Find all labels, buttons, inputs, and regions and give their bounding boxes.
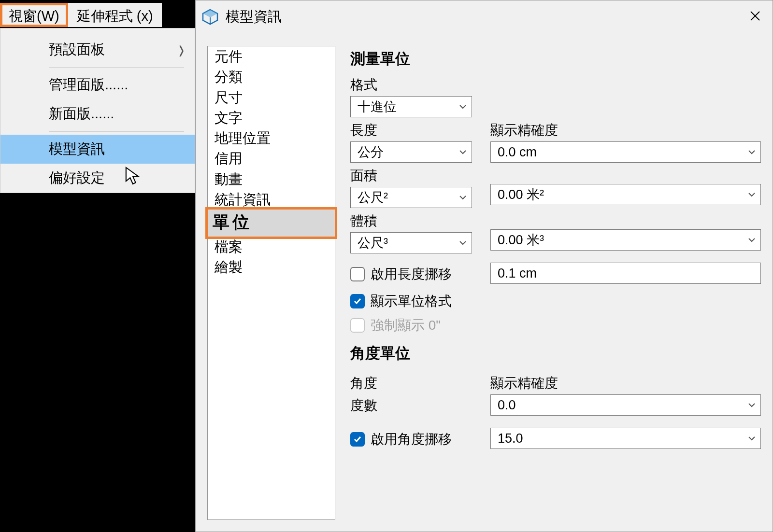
chevron-down-icon: [748, 191, 756, 198]
cursor-icon: [125, 166, 141, 187]
sketchup-icon: [201, 8, 219, 26]
input-length-snap-value: 0.1 cm: [498, 266, 537, 281]
window-menu-dropdown: 預設面板 管理面版...... 新面版...... 模型資訊 偏好設定: [0, 28, 195, 193]
sidebar-item-classification[interactable]: 分類: [208, 67, 335, 87]
select-angle-precision-value: 0.0: [498, 398, 516, 413]
menu-manage-panels[interactable]: 管理面版......: [0, 70, 195, 99]
chevron-down-icon: [459, 194, 467, 201]
sidebar-item-render[interactable]: 繪製: [208, 257, 335, 277]
checkbox-force-display: [350, 318, 365, 333]
chevron-down-icon: [459, 103, 467, 111]
select-format-value: 十進位: [358, 98, 397, 115]
menu-separator: [49, 67, 184, 68]
select-length-precision[interactable]: 0.0 cm: [490, 141, 761, 163]
select-length[interactable]: 公分: [350, 141, 472, 163]
input-length-snap[interactable]: 0.1 cm: [490, 263, 761, 284]
model-info-dialog: 模型資訊 元件 分類 尺寸 文字 地理位置 信用 動畫 統計資訊 單位 檔案 繪…: [195, 0, 773, 532]
select-area-precision-value: 0.00 米²: [498, 186, 544, 203]
section-angle-units: 角度單位: [350, 343, 761, 364]
chevron-down-icon: [748, 148, 756, 156]
menu-separator: [49, 131, 184, 132]
section-measurement-units: 測量單位: [350, 49, 761, 69]
label-length: 長度: [350, 121, 486, 140]
sidebar-item-components[interactable]: 元件: [208, 46, 335, 67]
sidebar-item-units[interactable]: 單位: [205, 207, 337, 239]
select-format[interactable]: 十進位: [350, 96, 472, 117]
select-volume[interactable]: 公尺³: [350, 232, 472, 253]
chevron-down-icon: [748, 434, 756, 442]
menu-preferences[interactable]: 偏好設定: [0, 164, 195, 193]
sidebar-item-animation[interactable]: 動畫: [208, 169, 335, 189]
select-angle-snap-value: 15.0: [498, 431, 523, 446]
sidebar-item-file[interactable]: 檔案: [208, 237, 335, 257]
menu-extensions[interactable]: 延伸程式 (x): [68, 3, 162, 27]
sidebar-item-statistics[interactable]: 統計資訊: [208, 189, 335, 210]
menu-new-panel[interactable]: 新面版......: [0, 99, 195, 128]
label-volume: 體積: [350, 212, 486, 230]
label-force-display: 強制顯示 0": [371, 316, 441, 335]
menubar: 視窗(W) 延伸程式 (x): [0, 3, 162, 27]
label-angle-precision: 顯示精確度: [490, 374, 761, 392]
select-angle-precision[interactable]: 0.0: [490, 394, 761, 416]
label-length-snap: 啟用長度挪移: [371, 265, 452, 283]
dialog-titlebar: 模型資訊: [196, 0, 773, 33]
label-angle: 角度: [350, 374, 486, 392]
chevron-down-icon: [748, 236, 756, 244]
select-volume-precision-value: 0.00 米³: [498, 231, 544, 249]
menu-model-info[interactable]: 模型資訊: [0, 135, 195, 164]
sidebar-item-dimensions[interactable]: 尺寸: [208, 87, 335, 108]
select-volume-value: 公尺³: [358, 234, 388, 252]
label-angle-snap: 啟用角度挪移: [371, 430, 452, 448]
menu-default-panels[interactable]: 預設面板: [0, 35, 195, 64]
menu-window[interactable]: 視窗(W): [0, 3, 68, 27]
label-show-unit-format: 顯示單位格式: [371, 292, 452, 310]
select-angle-snap[interactable]: 15.0: [490, 428, 761, 449]
close-button[interactable]: [744, 5, 767, 28]
label-format: 格式: [350, 76, 761, 94]
label-area: 面積: [350, 167, 486, 185]
chevron-down-icon: [748, 401, 756, 409]
select-volume-precision[interactable]: 0.00 米³: [490, 229, 761, 251]
sidebar-item-geo[interactable]: 地理位置: [208, 128, 335, 148]
value-degrees: 度數: [350, 396, 486, 415]
sidebar-item-credit[interactable]: 信用: [208, 148, 335, 168]
close-icon: [749, 10, 761, 24]
select-area[interactable]: 公尺²: [350, 187, 472, 208]
svg-marker-1: [203, 10, 217, 17]
units-panel: 測量單位 格式 十進位 長度 公分 顯示精確度 0.0 cm: [350, 46, 761, 520]
label-precision: 顯示精確度: [490, 121, 761, 140]
select-length-precision-value: 0.0 cm: [498, 145, 537, 160]
dialog-title: 模型資訊: [226, 7, 744, 27]
checkbox-angle-snap[interactable]: [350, 432, 365, 447]
select-area-value: 公尺²: [358, 189, 388, 206]
checkbox-show-unit-format[interactable]: [350, 294, 365, 308]
select-length-value: 公分: [358, 143, 384, 161]
chevron-down-icon: [459, 239, 467, 247]
category-sidebar: 元件 分類 尺寸 文字 地理位置 信用 動畫 統計資訊 單位 檔案 繪製: [207, 46, 335, 520]
select-area-precision[interactable]: 0.00 米²: [490, 184, 761, 205]
checkbox-length-snap[interactable]: [350, 267, 365, 281]
chevron-down-icon: [459, 148, 467, 156]
sidebar-item-text[interactable]: 文字: [208, 108, 335, 128]
